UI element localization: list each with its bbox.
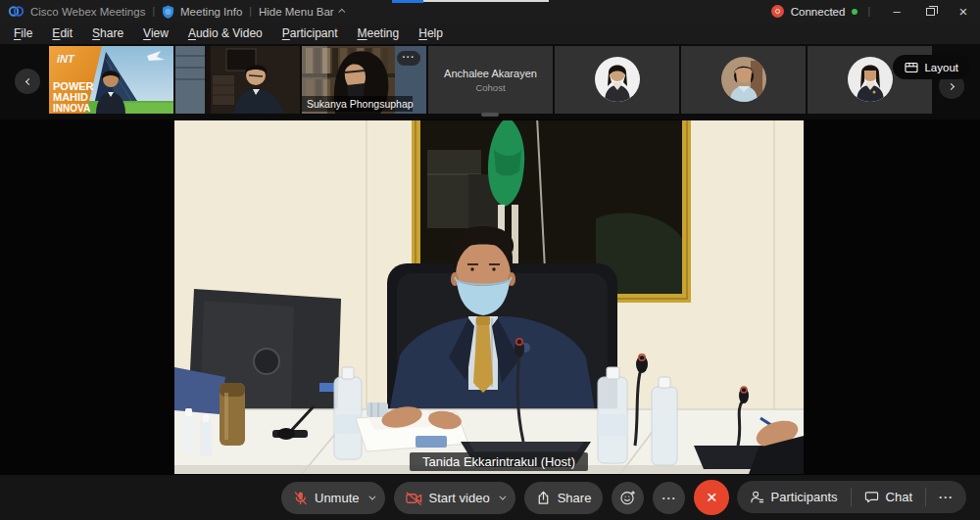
- chevron-down-icon[interactable]: [499, 494, 506, 500]
- share-label: Share: [558, 491, 592, 505]
- chat-bubble-icon: [864, 490, 879, 504]
- titlebar-separator: |: [249, 6, 252, 17]
- participants-button[interactable]: Participants: [737, 481, 851, 513]
- participants-icon: [750, 490, 764, 504]
- unmute-label: Unmute: [315, 491, 360, 505]
- chat-label: Chat: [886, 490, 912, 504]
- smiley-reactions-icon: [619, 490, 636, 506]
- more-panels-button[interactable]: ···: [926, 481, 966, 513]
- webex-window: Cisco Webex Meetings | Meeting Info | Hi…: [0, 0, 980, 520]
- menu-help[interactable]: Help: [409, 24, 453, 42]
- video-thumbnail-virtual-bg[interactable]: iNT POWER MAHID INNOVA: [49, 46, 173, 114]
- menu-edit[interactable]: Edit: [42, 24, 82, 42]
- person-avatar-icon: [848, 57, 893, 102]
- progress-strip-blue: [392, 0, 423, 3]
- layout-button[interactable]: Layout: [893, 55, 970, 79]
- meeting-info-shield-icon: [162, 5, 174, 19]
- menu-view[interactable]: View: [133, 24, 178, 42]
- unmute-button[interactable]: Unmute: [281, 482, 385, 514]
- titlebar-separator: |: [867, 6, 870, 17]
- video-thumbnail-avatar-1[interactable]: [555, 46, 679, 114]
- start-video-label: Start video: [429, 491, 490, 505]
- webex-logo-icon: [8, 4, 24, 19]
- mic-muted-icon: [293, 491, 308, 505]
- meeting-room-scene: [174, 120, 804, 474]
- close-icon: ×: [959, 3, 968, 20]
- participant-video-preview: iNT POWER MAHID INNOVA: [49, 46, 173, 114]
- layout-label: Layout: [924, 62, 958, 73]
- active-speaker-video: Tanida Ekkarintrakul (Host): [174, 120, 804, 474]
- maximize-button[interactable]: [913, 0, 947, 23]
- menu-file[interactable]: File: [4, 24, 42, 42]
- filmstrip-prev-button[interactable]: [15, 69, 40, 94]
- video-thumbnail-2[interactable]: [175, 46, 300, 114]
- participant-filmstrip: iNT POWER MAHID INNOVA: [0, 44, 980, 119]
- menu-meeting[interactable]: Meeting: [348, 24, 410, 42]
- participants-label: Participants: [771, 490, 838, 504]
- menu-bar: File Edit Share View Audio & Video Parti…: [0, 23, 980, 44]
- share-button[interactable]: Share: [524, 482, 604, 514]
- leave-meeting-button[interactable]: ×: [694, 480, 729, 515]
- thumbnail-more-button[interactable]: ···: [397, 51, 420, 66]
- menu-share[interactable]: Share: [82, 24, 133, 42]
- menu-audio-video[interactable]: Audio & Video: [178, 24, 272, 42]
- meeting-control-bar: Unmute Start video: [0, 475, 980, 520]
- hide-menu-bar-button[interactable]: Hide Menu Bar: [259, 6, 345, 18]
- active-speaker-name-label: Tanida Ekkarintrakul (Host): [410, 452, 588, 471]
- title-bar: Cisco Webex Meetings | Meeting Info | Hi…: [0, 0, 980, 23]
- participant-role: Cohost: [475, 82, 505, 93]
- app-title: Cisco Webex Meetings: [30, 6, 145, 18]
- camera-off-icon: [406, 492, 422, 505]
- filmstrip-collapse-handle[interactable]: [481, 113, 499, 117]
- chevron-down-icon[interactable]: [368, 494, 375, 500]
- participant-name: Sukanya Phongsuphap: [307, 98, 414, 110]
- participant-name: Anchalee Akarayen: [444, 68, 537, 79]
- video-stage: Tanida Ekkarintrakul (Host): [0, 119, 980, 475]
- meeting-info-label: Meeting Info: [180, 6, 242, 18]
- video-thumbnail-sukanya[interactable]: Sukanya Phongsuphap ···: [302, 46, 426, 114]
- restore-icon: [926, 8, 935, 16]
- progress-strip-light: [423, 0, 549, 2]
- reactions-button[interactable]: [612, 482, 644, 514]
- person-avatar-icon: [595, 57, 640, 102]
- participant-video-preview: [175, 46, 300, 114]
- chat-button[interactable]: Chat: [852, 481, 925, 513]
- connected-status[interactable]: Connected: [791, 6, 846, 18]
- meeting-info-button[interactable]: Meeting Info: [162, 5, 242, 19]
- more-options-button[interactable]: ···: [653, 482, 685, 514]
- overlay-line-2: MAHID: [53, 91, 88, 103]
- chevron-right-icon: [947, 82, 954, 89]
- video-thumbnail-anchalee[interactable]: Anchalee Akarayen Cohost: [428, 46, 553, 114]
- video-thumbnail-avatar-2[interactable]: [681, 46, 806, 114]
- connection-quality-dot: [852, 9, 858, 15]
- app-branding: Cisco Webex Meetings: [8, 4, 145, 19]
- ellipsis-icon: ···: [939, 491, 954, 504]
- titlebar-separator: |: [152, 6, 155, 17]
- share-screen-icon: [536, 491, 551, 505]
- participant-name-strip: Sukanya Phongsuphap: [302, 96, 413, 112]
- hide-menu-bar-label: Hide Menu Bar: [259, 6, 334, 18]
- int-logo-text: iNT: [57, 53, 75, 65]
- panel-buttons-group: Participants Chat ···: [737, 481, 966, 513]
- start-video-button[interactable]: Start video: [394, 482, 515, 514]
- overlay-line-3: INNOVA: [53, 103, 90, 114]
- menu-participant[interactable]: Participant: [272, 24, 348, 42]
- leave-x-icon: ×: [707, 487, 717, 508]
- chevron-left-icon: [24, 77, 31, 84]
- minimize-button[interactable]: –: [880, 0, 913, 23]
- close-button[interactable]: ×: [947, 0, 980, 23]
- person-avatar-icon: [721, 57, 766, 102]
- layout-grid-icon: [905, 62, 918, 73]
- ellipsis-icon: ···: [662, 492, 676, 505]
- recording-indicator-icon[interactable]: [771, 5, 784, 18]
- minimize-icon: –: [893, 7, 900, 17]
- chevron-up-icon: [338, 9, 345, 16]
